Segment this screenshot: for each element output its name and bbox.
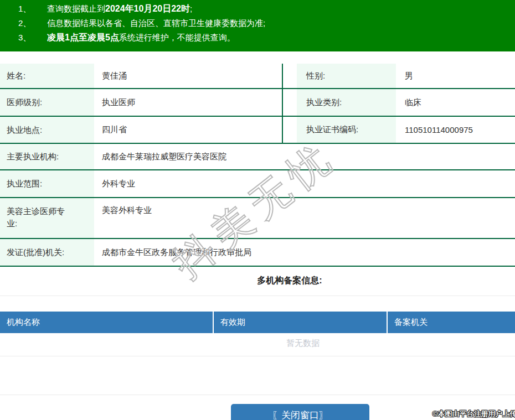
info-value-main-institution: 成都金牛莱瑞拉威塑医疗美容医院 bbox=[94, 144, 515, 169]
info-label-issuing-authority: 发证(批准)机关: bbox=[0, 239, 94, 266]
notice-line-1: 1、查询数据截止到2024年10月20日22时; bbox=[0, 2, 515, 16]
info-label-practice-scope: 执业范围: bbox=[0, 170, 94, 197]
close-window-button[interactable]: 〖关闭窗口〗 bbox=[231, 404, 369, 420]
info-label-cosmetic-specialty: 美容主诊医师专业: bbox=[0, 198, 94, 238]
notice-bold-text: 2024年10月20日22时 bbox=[105, 4, 190, 13]
info-row-name-gender: 姓名: 黄佳涌 性别: 男 bbox=[0, 64, 515, 89]
spacer bbox=[283, 64, 297, 88]
spacer bbox=[283, 89, 297, 116]
page: 1、查询数据截止到2024年10月20日22时; 2、信息数据结果以各省、自治区… bbox=[0, 0, 515, 420]
divider bbox=[0, 395, 515, 395]
notice-text: 系统进行维护，不能提供查询。 bbox=[119, 33, 235, 42]
info-value-issuing-authority: 成都市金牛区政务服务管理和行政审批局 bbox=[94, 239, 515, 266]
info-row-location-license: 执业地点: 四川省 执业证书编码: 110510114000975 bbox=[0, 117, 515, 144]
doctor-info-table: 姓名: 黄佳涌 性别: 男 医师级别: 执业医师 执业类别: 临床 执业地点: … bbox=[0, 64, 515, 267]
divider bbox=[0, 356, 515, 356]
info-value-name: 黄佳涌 bbox=[94, 64, 283, 88]
info-row-level-category: 医师级别: 执业医师 执业类别: 临床 bbox=[0, 89, 515, 117]
upload-caption: ©本图由平台注册用户上传 bbox=[432, 409, 515, 419]
info-label-gender: 性别: bbox=[297, 64, 396, 88]
notice-number: 2、 bbox=[18, 16, 47, 30]
info-row-main-institution: 主要执业机构: 成都金牛莱瑞拉威塑医疗美容医院 bbox=[0, 144, 515, 170]
info-row-practice-scope: 执业范围: 外科专业 bbox=[0, 170, 515, 198]
info-label-location: 执业地点: bbox=[0, 117, 94, 143]
info-label-name: 姓名: bbox=[0, 64, 94, 88]
info-label-license-number: 执业证书编码: bbox=[297, 117, 396, 143]
notice-number: 1、 bbox=[18, 2, 47, 16]
info-value-category: 临床 bbox=[396, 89, 515, 116]
notice-text: ; bbox=[190, 4, 192, 13]
notice-number: 3、 bbox=[18, 30, 47, 45]
info-value-level: 执业医师 bbox=[94, 89, 283, 116]
filing-table-header: 机构名称 有效期 备案机关 bbox=[0, 312, 515, 333]
notice-line-2: 2、信息数据结果以各省、自治区、直辖市卫生健康委数据为准; bbox=[0, 16, 515, 30]
notice-text: 信息数据结果以各省、自治区、直辖市卫生健康委数据为准; bbox=[47, 18, 265, 28]
info-label-main-institution: 主要执业机构: bbox=[0, 144, 94, 169]
info-value-practice-scope: 外科专业 bbox=[94, 170, 515, 197]
info-value-cosmetic-specialty: 美容外科专业 bbox=[94, 198, 515, 238]
notice-line-3: 3、凌晨1点至凌晨5点系统进行维护，不能提供查询。 bbox=[0, 30, 515, 45]
empty-data-text: 暂无数据 bbox=[0, 338, 515, 349]
info-value-gender: 男 bbox=[396, 64, 515, 88]
filing-header-validity: 有效期 bbox=[214, 312, 387, 333]
info-label-category: 执业类别: bbox=[297, 89, 396, 116]
notice-banner: 1、查询数据截止到2024年10月20日22时; 2、信息数据结果以各省、自治区… bbox=[0, 0, 515, 51]
info-label-level: 医师级别: bbox=[0, 89, 94, 116]
spacer bbox=[283, 117, 297, 143]
divider bbox=[0, 295, 515, 296]
info-row-cosmetic-specialty: 美容主诊医师专业: 美容外科专业 bbox=[0, 198, 515, 239]
info-value-location: 四川省 bbox=[94, 117, 283, 143]
section-title-multi-org-filing: 多机构备案信息: bbox=[0, 275, 515, 287]
filing-header-institution-name: 机构名称 bbox=[0, 312, 213, 333]
info-value-license-number: 110510114000975 bbox=[396, 117, 515, 143]
notice-text: 查询数据截止到 bbox=[47, 4, 105, 13]
filing-header-filing-authority: 备案机关 bbox=[388, 312, 515, 333]
info-row-issuing-authority: 发证(批准)机关: 成都市金牛区政务服务管理和行政审批局 bbox=[0, 239, 515, 267]
notice-bold-text: 凌晨1点至凌晨5点 bbox=[47, 33, 119, 42]
